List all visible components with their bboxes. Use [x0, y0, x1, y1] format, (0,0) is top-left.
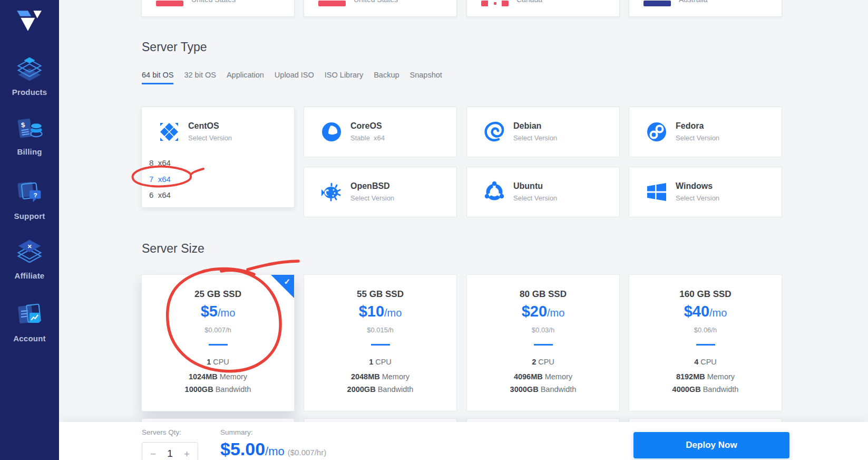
plan-price: $5/mo [142, 303, 294, 320]
qty-value: 1 [167, 448, 173, 459]
tab-64-bit-os[interactable]: 64 bit OS [142, 71, 173, 84]
total-price: $5.00 [220, 439, 265, 459]
sidebar-item-affiliate[interactable]: ✕ Affiliate [0, 236, 59, 280]
plan-storage: 80 GB SSD [467, 289, 619, 300]
server-size-title: Server Size [142, 242, 204, 256]
deploy-now-button[interactable]: Deploy Now [633, 432, 789, 458]
location-card[interactable]: United States [304, 0, 457, 17]
fedora-icon [645, 120, 668, 143]
plan-bandwidth: 1000GB Bandwidth [142, 385, 294, 394]
plan-card-25gb[interactable]: ✓ 25 GB SSD $5/mo $0.007/h 1 CPU 1024MB … [141, 274, 295, 411]
tab-application[interactable]: Application [227, 71, 264, 84]
us-flag-icon [318, 1, 346, 6]
server-type-title: Server Type [142, 40, 207, 54]
summary-label: Summary: [220, 428, 253, 436]
location-card[interactable]: Canada [466, 0, 620, 17]
quantity-stepper: − 1 + [142, 442, 198, 460]
os-card-coreos[interactable]: CoreOS Stable x64 [304, 107, 457, 157]
os-card-fedora[interactable]: Fedora Select Version [629, 107, 782, 157]
sidebar-item-support[interactable]: ? Support [0, 177, 59, 221]
products-icon [14, 53, 45, 84]
tab-32-bit-os[interactable]: 32 bit OS [184, 71, 216, 84]
centos-version-8[interactable]: 8 x64 [149, 158, 171, 167]
plan-memory: 1024MB Memory [142, 372, 294, 381]
sidebar-item-account[interactable]: Account [0, 299, 59, 343]
sidebar: Products $ Billing [0, 0, 59, 460]
plan-hourly: $0.06/h [629, 326, 782, 334]
location-name: United States [354, 0, 398, 4]
servers-qty-label: Servers Qty: [142, 428, 181, 436]
plan-divider [534, 344, 553, 346]
os-name: Fedora [676, 121, 704, 131]
qty-decrease-button[interactable]: − [150, 449, 156, 459]
os-card-windows[interactable]: Windows Select Version [629, 167, 782, 217]
plan-divider [209, 344, 228, 346]
openbsd-icon [320, 180, 343, 204]
location-name: United States [191, 0, 236, 4]
plan-hourly: $0.007/h [142, 326, 294, 334]
sidebar-item-label: Account [13, 334, 45, 343]
os-subtitle: Select Version [350, 194, 394, 202]
vultr-deploy-page: Products $ Billing [0, 0, 868, 460]
plan-hourly: $0.03/h [467, 326, 619, 334]
vultr-logo[interactable] [16, 9, 42, 33]
total-period: /mo [265, 445, 285, 458]
os-subtitle: Select Version [676, 134, 719, 142]
sidebar-item-billing[interactable]: $ Billing [0, 112, 59, 156]
sidebar-item-label: Products [12, 88, 47, 97]
plan-card-80gb[interactable]: 80 GB SSD $20/mo $0.03/h 2 CPU 4096MB Me… [466, 274, 620, 411]
plan-price: $40/mo [629, 303, 782, 320]
os-subtitle: Select Version [188, 134, 232, 142]
tab-iso-library[interactable]: ISO Library [325, 71, 363, 84]
plan-cpu: 1 CPU [142, 358, 294, 366]
centos-version-7-selected[interactable]: 7 x64 [149, 175, 171, 184]
svg-text:✕: ✕ [27, 243, 32, 250]
plan-card-160gb[interactable]: 160 GB SSD $40/mo $0.06/h 4 CPU 8192MB M… [629, 274, 782, 411]
affiliate-icon: ✕ [14, 236, 45, 268]
plan-cpu: 1 CPU [304, 358, 456, 366]
plan-storage: 25 GB SSD [142, 289, 294, 300]
tab-backup[interactable]: Backup [374, 71, 399, 84]
plan-storage: 160 GB SSD [629, 289, 782, 300]
plan-hourly: $0.015/h [304, 326, 456, 334]
os-card-openbsd[interactable]: OpenBSD Select Version [304, 167, 457, 217]
plan-price: $10/mo [304, 303, 456, 320]
canada-flag-icon [481, 1, 509, 6]
centos-icon [158, 120, 181, 143]
os-subtitle: Select Version [513, 134, 557, 142]
plan-memory: 8192MB Memory [629, 372, 782, 381]
os-name: Ubuntu [513, 181, 543, 191]
svg-text:?: ? [34, 191, 37, 198]
plan-price: $20/mo [467, 303, 619, 320]
os-card-ubuntu[interactable]: Ubuntu Select Version [466, 167, 620, 217]
tab-upload-iso[interactable]: Upload ISO [275, 71, 314, 84]
os-name: CoreOS [350, 121, 382, 131]
location-card[interactable]: Australia [629, 0, 782, 17]
tab-snapshot[interactable]: Snapshot [410, 71, 442, 84]
deploy-summary-bar: Servers Qty: − 1 + Summary: $5.00/mo($0.… [59, 422, 868, 460]
os-card-centos[interactable]: CentOS Select Version 8 x64 7 x64 6 x64 [141, 107, 295, 208]
sidebar-item-label: Affiliate [15, 271, 45, 280]
australia-flag-icon [643, 1, 671, 6]
plan-cpu: 4 CPU [629, 358, 782, 366]
sidebar-item-products[interactable]: Products [0, 53, 59, 97]
centos-version-6[interactable]: 6 x64 [149, 190, 171, 199]
plan-memory: 2048MB Memory [304, 372, 456, 381]
support-icon: ? [14, 177, 45, 208]
os-name: Windows [676, 181, 713, 191]
os-name: Debian [513, 121, 541, 131]
plan-card-55gb[interactable]: 55 GB SSD $10/mo $0.015/h 1 CPU 2048MB M… [304, 274, 457, 411]
qty-increase-button[interactable]: + [184, 449, 190, 459]
plan-cpu: 2 CPU [467, 358, 619, 366]
os-card-debian[interactable]: Debian Select Version [466, 107, 620, 157]
sidebar-item-label: Support [14, 212, 45, 221]
us-flag-icon [156, 1, 183, 6]
os-subtitle: Select Version [676, 194, 719, 202]
server-type-tabs: 64 bit OS 32 bit OS Application Upload I… [142, 71, 442, 84]
billing-icon: $ [14, 112, 45, 144]
location-card[interactable]: United States [141, 0, 295, 17]
os-name: OpenBSD [350, 181, 390, 191]
plan-bandwidth: 2000GB Bandwidth [304, 385, 456, 394]
windows-icon [645, 180, 668, 204]
plan-bandwidth: 3000GB Bandwidth [467, 385, 619, 394]
